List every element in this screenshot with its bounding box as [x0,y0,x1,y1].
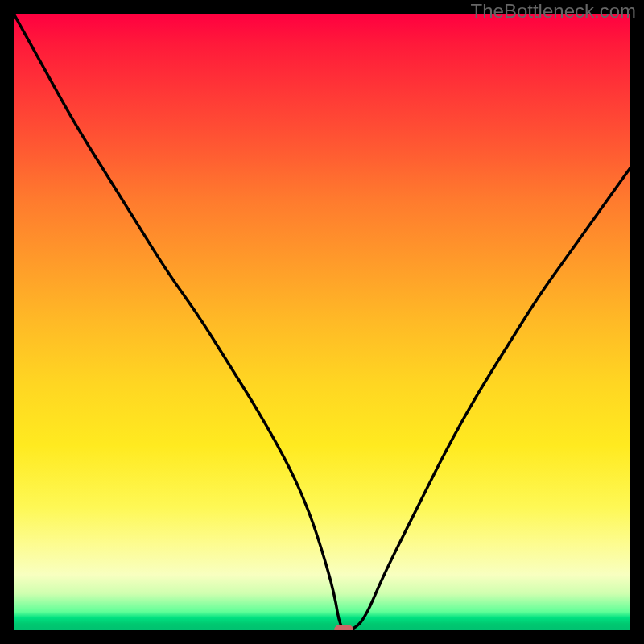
chart-container: TheBottleneck.com [0,0,644,644]
optimum-marker [334,625,353,630]
plot-area [14,14,630,630]
bottleneck-curve [14,14,630,630]
attribution-text: TheBottleneck.com [471,0,636,23]
